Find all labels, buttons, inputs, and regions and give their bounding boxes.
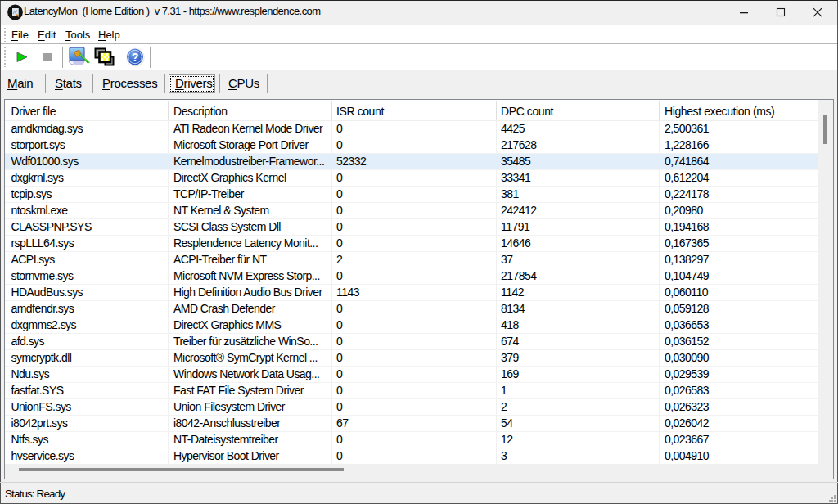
svg-text:?: ? xyxy=(132,51,139,64)
